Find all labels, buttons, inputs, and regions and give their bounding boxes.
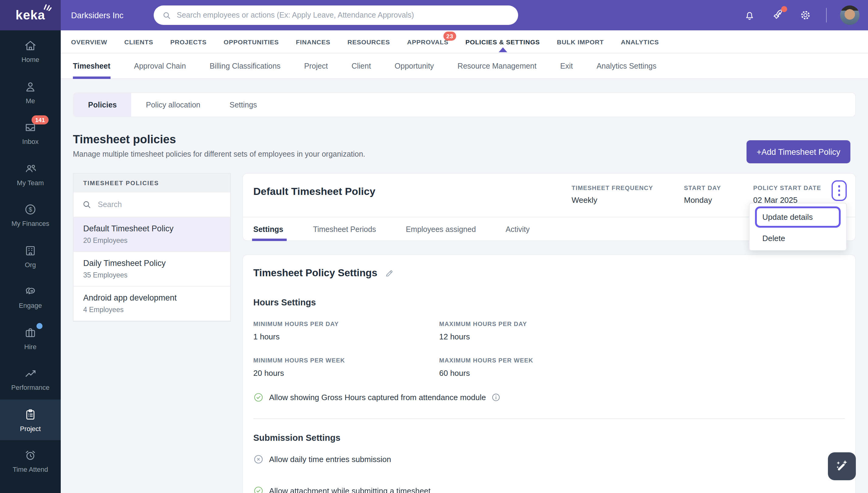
subnav-opportunity[interactable]: Opportunity	[395, 53, 434, 79]
policy-name: Daily Timesheet Policy	[83, 259, 220, 268]
hire-icon	[23, 325, 38, 340]
topbar-divider	[826, 8, 827, 22]
frequency-label: TIMESHEET FREQUENCY	[572, 185, 653, 191]
nav-finances[interactable]: FINANCES	[296, 38, 331, 45]
subnav-exit[interactable]: Exit	[560, 53, 573, 79]
policy-tab-timesheet-periods[interactable]: Timesheet Periods	[313, 217, 376, 241]
check-circle-icon	[253, 392, 263, 403]
subnav-client[interactable]: Client	[352, 53, 371, 79]
inbox-count-badge: 141	[31, 116, 48, 125]
policy-tab-activity[interactable]: Activity	[506, 217, 530, 241]
nav-opportunities[interactable]: OPPORTUNITIES	[224, 38, 279, 45]
sidebar-item-project[interactable]: Project	[0, 399, 61, 440]
gear-icon	[799, 9, 811, 21]
field-value: 60 hours	[439, 368, 533, 378]
subnav-billing-classifications[interactable]: Billing Classifications	[210, 53, 280, 79]
nav-overview[interactable]: OVERVIEW	[71, 38, 107, 45]
policy-actions-menu-button[interactable]	[831, 180, 847, 201]
main-nav: OVERVIEW CLIENTS PROJECTS OPPORTUNITIES …	[61, 30, 868, 53]
magic-wand-icon	[834, 458, 850, 474]
sidebar-item-label: Performance	[11, 384, 49, 391]
policy-tab-employees-assigned[interactable]: Employees assigned	[406, 217, 476, 241]
sidebar-item-my-team[interactable]: My Team	[0, 153, 61, 194]
assistant-button[interactable]	[828, 452, 856, 480]
field-label: MAXIMUM HOURS PER DAY	[439, 321, 527, 327]
whats-new-button[interactable]	[770, 8, 785, 22]
nav-policies-settings[interactable]: POLICIES & SETTINGS	[466, 38, 540, 45]
person-icon	[23, 80, 38, 94]
max-hours-per-day: MAXIMUM HOURS PER DAY 12 hours	[439, 321, 527, 341]
subnav-timesheet[interactable]: Timesheet	[73, 53, 110, 79]
settings-button[interactable]	[798, 8, 813, 22]
menu-item-delete[interactable]: Delete	[749, 228, 846, 245]
app-root: keka Darksiders Inc Search employees or …	[0, 0, 868, 493]
brand-logo[interactable]: keka	[0, 0, 61, 30]
daily-entries-setting-row: Allow daily time entries submission	[253, 454, 391, 465]
policies-search-input[interactable]: Search	[73, 192, 230, 217]
x-circle-icon	[253, 454, 263, 465]
approvals-count-badge: 23	[443, 31, 457, 40]
sidebar-item-label: Me	[26, 97, 35, 104]
policy-list-item[interactable]: Default Timesheet Policy 20 Employees	[73, 217, 230, 252]
start-day-value: Monday	[684, 195, 721, 205]
topbar-actions	[742, 0, 860, 30]
field-value: 1 hours	[253, 332, 339, 341]
sidebar-item-performance[interactable]: Performance	[0, 358, 61, 399]
bell-icon	[743, 9, 756, 21]
inbox-icon: 141	[23, 121, 38, 135]
timesheet-policies-panel: TIMESHEET POLICIES Search Default Timesh…	[73, 173, 231, 322]
subnav-approval-chain[interactable]: Approval Chain	[134, 53, 186, 79]
nav-resources[interactable]: RESOURCES	[347, 38, 390, 45]
sidebar-item-org[interactable]: Org	[0, 235, 61, 276]
sidebar-item-engage[interactable]: Engage	[0, 276, 61, 317]
field-value: 20 hours	[253, 368, 345, 378]
user-avatar[interactable]	[840, 5, 860, 25]
field-label: MINIMUM HOURS PER WEEK	[253, 357, 345, 364]
check-circle-icon	[253, 486, 263, 493]
sidebar-item-label: Home	[22, 56, 40, 63]
sidebar-item-label: My Team	[17, 179, 44, 186]
nav-clients[interactable]: CLIENTS	[124, 38, 153, 45]
nav-approvals-label: APPROVALS	[407, 38, 448, 45]
policy-list-item[interactable]: Daily Timesheet Policy 35 Employees	[73, 252, 230, 286]
sidebar-item-inbox[interactable]: 141 Inbox	[0, 112, 61, 153]
add-timesheet-policy-button[interactable]: +Add Timesheet Policy	[746, 140, 850, 163]
info-icon[interactable]	[491, 393, 501, 402]
subnav-analytics-settings[interactable]: Analytics Settings	[596, 53, 656, 79]
sidebar-item-label: Engage	[19, 302, 42, 309]
frequency-value: Weekly	[572, 195, 653, 205]
search-icon	[162, 10, 171, 20]
section-divider	[253, 418, 845, 419]
attachment-setting-row: Allow attachment while submitting a time…	[253, 486, 431, 493]
policy-list-item[interactable]: Android app development 4 Employees	[73, 286, 230, 321]
settings-card-title: Timesheet Policy Settings	[253, 267, 394, 279]
sidebar-item-time-attend[interactable]: Time Attend	[0, 440, 61, 481]
sidebar-item-hire[interactable]: Hire	[0, 317, 61, 358]
menu-item-update-details[interactable]: Update details	[755, 207, 841, 228]
tab-policy-allocation[interactable]: Policy allocation	[131, 93, 215, 116]
policy-name: Android app development	[83, 293, 220, 302]
nav-approvals[interactable]: APPROVALS23	[407, 38, 448, 45]
daily-entries-label: Allow daily time entries submission	[269, 455, 391, 464]
sidebar-item-my-finances[interactable]: $ My Finances	[0, 194, 61, 235]
notifications-button[interactable]	[742, 8, 757, 22]
policy-name: Default Timesheet Policy	[83, 224, 220, 233]
subnav-resource-management[interactable]: Resource Management	[458, 53, 537, 79]
top-bar: keka Darksiders Inc Search employees or …	[0, 0, 868, 30]
field-value: 12 hours	[439, 332, 527, 341]
sidebar: Home Me 141 Inbox My Team $ My Finances …	[0, 30, 61, 493]
edit-pencil-icon[interactable]	[384, 268, 394, 278]
tab-settings[interactable]: Settings	[215, 93, 272, 116]
org-icon	[23, 243, 38, 258]
gross-hours-setting-row: Allow showing Gross Hours captured from …	[253, 392, 501, 403]
policy-tab-settings[interactable]: Settings	[253, 217, 283, 241]
sidebar-item-me[interactable]: Me	[0, 71, 61, 112]
sidebar-item-home[interactable]: Home	[0, 30, 61, 71]
nav-bulk-import[interactable]: BULK IMPORT	[557, 38, 604, 45]
global-search-input[interactable]: Search employees or actions (Ex: Apply L…	[154, 5, 518, 25]
nav-analytics[interactable]: ANALYTICS	[621, 38, 659, 45]
tab-policies[interactable]: Policies	[73, 93, 131, 116]
nav-projects[interactable]: PROJECTS	[170, 38, 207, 45]
subnav-project[interactable]: Project	[304, 53, 328, 79]
keka-logo: keka	[16, 8, 45, 22]
